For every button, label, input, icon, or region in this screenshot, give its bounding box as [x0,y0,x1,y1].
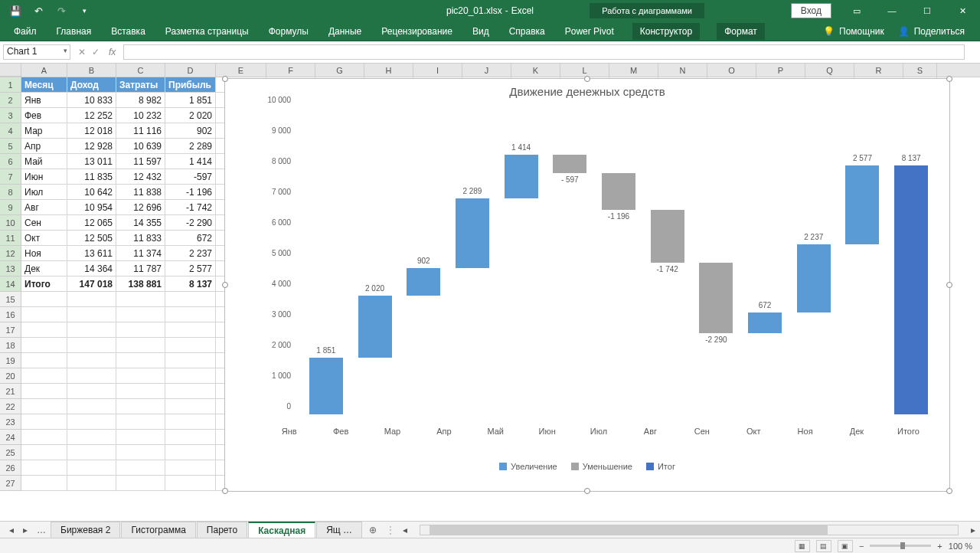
row-header-19[interactable]: 19 [0,353,21,368]
hscroll-thumb[interactable] [430,525,828,535]
cell-D2[interactable]: 1 851 [165,93,216,108]
col-header-A[interactable]: A [21,64,67,77]
cell-D14[interactable]: 8 137 [165,276,216,292]
cell-C13[interactable]: 11 787 [116,261,165,276]
ribbon-tab-7[interactable]: Вид [471,23,491,40]
ribbon-tab-0[interactable]: Файл [12,23,38,40]
cell-D21[interactable] [165,384,216,399]
row-header-16[interactable]: 16 [0,307,21,322]
cell-D7[interactable]: -597 [165,169,216,185]
row-header-14[interactable]: 14 [0,276,21,292]
chart-bar-9[interactable] [748,312,782,333]
chart-bar-2[interactable] [407,268,440,296]
tell-me[interactable]: 💡Помощник [823,26,884,37]
sheet-nav-next[interactable]: ▸ [18,525,32,535]
cell-B16[interactable] [67,307,116,322]
col-header-E[interactable]: E [216,64,266,77]
cell-A4[interactable]: Мар [21,123,67,139]
hscroll-right[interactable]: ▸ [966,525,980,535]
close-icon[interactable]: ✕ [945,0,980,21]
cell-A10[interactable]: Сен [21,215,67,231]
zoom-out-button[interactable]: − [859,542,864,551]
chart-handle-sw[interactable] [222,488,228,494]
cell-A19[interactable] [21,353,67,368]
minimize-icon[interactable]: — [874,0,910,21]
cell-C1[interactable]: Затраты [116,77,165,93]
cell-B20[interactable] [67,368,116,384]
cell-C4[interactable]: 11 116 [116,123,165,139]
ribbon-tab-2[interactable]: Вставка [109,23,147,40]
ribbon-tab-1[interactable]: Главная [55,23,93,40]
cell-B2[interactable]: 10 833 [67,93,116,108]
col-header-O[interactable]: O [707,64,756,77]
cell-B4[interactable]: 12 018 [67,123,116,139]
cell-C8[interactable]: 11 838 [116,185,165,200]
chart-bar-7[interactable] [651,210,684,263]
sheet-tab[interactable]: Каскадная [248,522,315,538]
sheet-nav-ellipsis[interactable]: … [32,525,51,535]
cell-D27[interactable] [165,476,216,491]
ribbon-tab-6[interactable]: Рецензирование [380,23,454,40]
cell-A6[interactable]: Май [21,154,67,169]
cell-B15[interactable] [67,292,116,307]
row-header-17[interactable]: 17 [0,322,21,338]
chart-bar-11[interactable] [845,165,879,244]
col-header-B[interactable]: B [67,64,116,77]
cell-B25[interactable] [67,445,116,460]
cell-C12[interactable]: 11 374 [116,246,165,261]
row-header-5[interactable]: 5 [0,139,21,154]
row-header-11[interactable]: 11 [0,231,21,246]
ribbon-tab-5[interactable]: Данные [327,23,363,40]
cell-B26[interactable] [67,460,116,476]
row-header-15[interactable]: 15 [0,292,21,307]
sheet-tab[interactable]: Ящ … [316,522,362,538]
chart-handle-s[interactable] [584,488,590,494]
cell-B1[interactable]: Доход [67,77,116,93]
cell-D9[interactable]: -1 742 [165,200,216,215]
col-header-K[interactable]: K [511,64,560,77]
cell-A1[interactable]: Месяц [21,77,67,93]
ribbon-tab-3[interactable]: Разметка страницы [164,23,250,40]
cell-A12[interactable]: Ноя [21,246,67,261]
zoom-slider-thumb[interactable] [900,542,905,549]
cell-C11[interactable]: 11 833 [116,231,165,246]
chart-bar-8[interactable] [699,263,733,333]
chart-bar-12[interactable] [894,165,928,414]
chart-bar-4[interactable] [505,155,538,198]
cell-C10[interactable]: 14 355 [116,215,165,231]
chart-handle-se[interactable] [946,488,952,494]
col-header-D[interactable]: D [165,64,216,77]
add-sheet-button[interactable]: ⊕ [363,525,383,535]
save-icon[interactable]: 💾 [6,2,24,20]
cell-B3[interactable]: 12 252 [67,108,116,123]
cell-A14[interactable]: Итого [21,276,67,292]
cell-D26[interactable] [165,460,216,476]
row-header-13[interactable]: 13 [0,261,21,276]
cell-A15[interactable] [21,292,67,307]
cell-B6[interactable]: 13 011 [67,154,116,169]
row-header-27[interactable]: 27 [0,476,21,491]
view-pagebreak-icon[interactable]: ▣ [838,540,853,552]
login-button[interactable]: Вход [791,3,831,18]
cell-A18[interactable] [21,338,67,353]
cell-B18[interactable] [67,338,116,353]
name-box[interactable]: Chart 1 [3,44,70,60]
row-header-22[interactable]: 22 [0,399,21,414]
cell-B12[interactable]: 13 611 [67,246,116,261]
chart-handle-e[interactable] [946,282,952,288]
cell-C22[interactable] [116,399,165,414]
cell-C5[interactable]: 10 639 [116,139,165,154]
cell-C26[interactable] [116,460,165,476]
cell-D25[interactable] [165,445,216,460]
cell-D12[interactable]: 2 237 [165,246,216,261]
chart-bar-3[interactable] [456,198,489,269]
cell-B22[interactable] [67,399,116,414]
row-header-8[interactable]: 8 [0,185,21,200]
col-header-M[interactable]: M [609,64,658,77]
cell-A27[interactable] [21,476,67,491]
cell-A11[interactable]: Окт [21,231,67,246]
cell-B27[interactable] [67,476,116,491]
row-header-2[interactable]: 2 [0,93,21,108]
col-header-Q[interactable]: Q [805,64,854,77]
cell-C21[interactable] [116,384,165,399]
